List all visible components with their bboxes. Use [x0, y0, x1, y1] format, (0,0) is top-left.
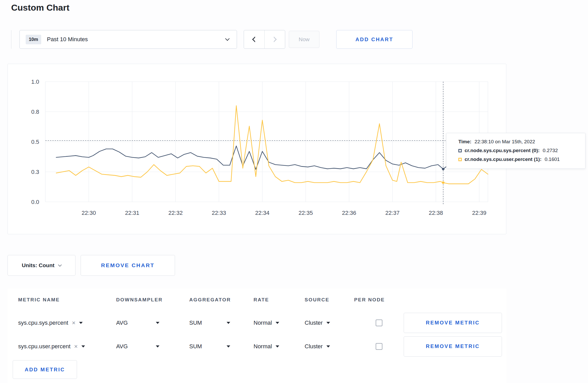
metric-name-value: sys.cpu.sys.percent	[18, 320, 68, 326]
tooltip-series-row: cr.node.sys.cpu.sys.percent (0): 0.2732	[458, 148, 579, 153]
svg-text:0.8: 0.8	[31, 109, 39, 115]
units-label: Units: Count	[22, 262, 54, 268]
downsampler-select[interactable]: AVG	[116, 343, 189, 350]
col-header-source: SOURCE	[305, 297, 354, 303]
dropdown-caret-icon	[227, 345, 230, 347]
tooltip-time-value: 22:38:10 on Mar 15th, 2022	[474, 139, 535, 145]
source-value: Cluster	[305, 343, 323, 350]
tooltip-time-label: Time:	[458, 139, 471, 145]
aggregator-value: SUM	[189, 320, 202, 326]
chevron-right-icon	[271, 37, 277, 42]
col-header-metric-name: METRIC NAME	[18, 297, 116, 303]
svg-text:22:30: 22:30	[82, 210, 96, 216]
downsampler-value: AVG	[116, 343, 128, 350]
dropdown-caret-icon	[227, 322, 230, 324]
source-select[interactable]: Cluster	[305, 320, 354, 326]
svg-text:22:34: 22:34	[255, 210, 269, 216]
tooltip-series-value: 0.1601	[545, 157, 560, 162]
svg-text:0.5: 0.5	[31, 139, 39, 145]
tooltip-time-row: Time: 22:38:10 on Mar 15th, 2022	[458, 139, 579, 145]
aggregator-value: SUM	[189, 343, 202, 350]
downsampler-select[interactable]: AVG	[116, 320, 189, 326]
dropdown-caret-icon	[276, 345, 279, 347]
remove-metric-button[interactable]: REMOVE METRIC	[404, 313, 502, 333]
dropdown-caret-icon	[326, 345, 330, 347]
aggregator-select[interactable]: SUM	[189, 343, 254, 350]
time-range-badge: 10m	[26, 35, 41, 44]
col-header-rate: RATE	[254, 297, 305, 303]
dropdown-caret-icon	[326, 322, 330, 324]
svg-text:22:31: 22:31	[125, 210, 139, 216]
rate-value: Normal	[254, 320, 272, 326]
add-chart-button[interactable]: ADD CHART	[336, 30, 412, 49]
svg-text:22:35: 22:35	[299, 210, 313, 216]
time-nav-arrows	[244, 30, 285, 49]
svg-text:22:32: 22:32	[169, 210, 183, 216]
metrics-chart-canvas[interactable]: 0.00.30.50.81.022:3022:3122:3222:3322:34…	[8, 64, 507, 234]
dropdown-caret-icon	[276, 322, 279, 324]
col-header-aggregator: AGGREGATOR	[189, 297, 254, 303]
svg-text:1.0: 1.0	[31, 79, 39, 85]
toolbar-divider	[11, 30, 11, 49]
source-value: Cluster	[305, 320, 323, 326]
metric-name-select[interactable]: sys.cpu.sys.percent ×	[18, 320, 116, 326]
metric-name-value: sys.cpu.user.percent	[18, 343, 71, 350]
svg-text:22:38: 22:38	[429, 210, 443, 216]
tooltip-series-value: 0.2732	[543, 148, 558, 153]
series-swatch-icon	[458, 149, 462, 152]
col-header-downsampler: DOWNSAMPLER	[116, 297, 189, 303]
clear-metric-icon[interactable]: ×	[74, 343, 78, 350]
downsampler-value: AVG	[116, 320, 128, 326]
rate-value: Normal	[254, 343, 272, 350]
chart-panel: 0.00.30.50.81.022:3022:3122:3222:3322:34…	[8, 64, 506, 234]
series-swatch-icon	[458, 158, 462, 161]
tooltip-series-label: cr.node.sys.cpu.user.percent (1):	[465, 157, 542, 162]
dropdown-caret-icon[interactable]	[81, 345, 85, 347]
tooltip-series-row: cr.node.sys.cpu.user.percent (1): 0.1601	[458, 157, 579, 162]
aggregator-select[interactable]: SUM	[189, 320, 254, 326]
time-range-selector[interactable]: 10m Past 10 Minutes	[19, 30, 237, 49]
tooltip-series-label: cr.node.sys.cpu.sys.percent (0):	[465, 148, 540, 153]
svg-text:22:37: 22:37	[385, 210, 400, 216]
svg-text:22:36: 22:36	[342, 210, 356, 216]
remove-metric-button[interactable]: REMOVE METRIC	[404, 336, 502, 357]
add-metric-button[interactable]: ADD METRIC	[13, 360, 77, 379]
units-selector[interactable]: Units: Count	[8, 255, 75, 276]
metrics-table: METRIC NAME DOWNSAMPLER AGGREGATOR RATE …	[8, 289, 506, 383]
chevron-down-icon	[58, 263, 62, 267]
clear-metric-icon[interactable]: ×	[72, 320, 75, 326]
page-title: Custom Chart	[11, 3, 69, 13]
time-range-label: Past 10 Minutes	[47, 36, 88, 43]
svg-text:22:39: 22:39	[472, 210, 486, 216]
chevron-left-icon	[252, 37, 258, 42]
per-node-checkbox[interactable]	[376, 320, 382, 326]
metric-name-select[interactable]: sys.cpu.user.percent ×	[18, 343, 116, 350]
now-button[interactable]: Now	[289, 31, 319, 48]
remove-chart-button[interactable]: REMOVE CHART	[81, 255, 175, 276]
dropdown-caret-icon	[156, 322, 159, 324]
dropdown-caret-icon	[156, 345, 159, 347]
source-select[interactable]: Cluster	[305, 343, 354, 350]
metric-row: sys.cpu.user.percent × AVG SUM Normal Cl…	[8, 335, 506, 358]
metrics-table-header: METRIC NAME DOWNSAMPLER AGGREGATOR RATE …	[8, 291, 506, 308]
per-node-checkbox[interactable]	[376, 343, 382, 350]
next-time-button[interactable]	[264, 30, 285, 48]
chevron-down-icon	[225, 37, 230, 41]
svg-text:0.3: 0.3	[31, 169, 39, 175]
prev-time-button[interactable]	[244, 30, 264, 48]
dropdown-caret-icon[interactable]	[79, 322, 83, 324]
metric-row: sys.cpu.sys.percent × AVG SUM Normal Clu…	[8, 311, 506, 335]
svg-text:0.0: 0.0	[31, 199, 39, 205]
rate-select[interactable]: Normal	[254, 320, 305, 326]
rate-select[interactable]: Normal	[254, 343, 305, 350]
svg-text:22:33: 22:33	[212, 210, 226, 216]
col-header-per-node: PER NODE	[354, 297, 404, 303]
chart-tooltip: Time: 22:38:10 on Mar 15th, 2022 cr.node…	[446, 133, 585, 169]
